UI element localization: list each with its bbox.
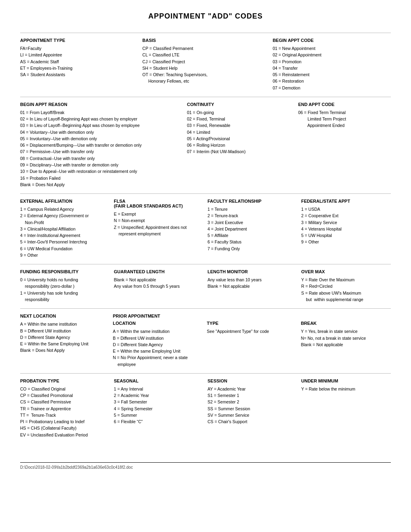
session-section: SESSION AY = Academic Year S1 = Semester… [208,378,301,438]
prior-type-content: See "Appointment Type" for code [207,328,297,335]
prior-appointment-title: PRIOR APPOINTMENT [113,314,391,318]
end-appt-code-title: END APPT CODE [298,102,391,107]
faculty-relationship-section: FACULTY RELATIONSHIP 1 = Tenure 2 = Tenu… [208,199,301,258]
prior-type-subsection: TYPE See "Appointment Type" for code [207,321,301,368]
under-minimum-section: UNDER MINIMUM Y = Rate below the minimum [301,378,391,438]
probation-type-section: PROBATION TYPE CO = Classified Original … [20,378,114,438]
external-affiliation-content: 1 = Campus Related Agency 2 = External A… [20,206,110,258]
next-location-content: A = Within the same institution B = Diff… [20,321,109,353]
over-max-content: Y = Rate Over the Maximum R = Red=Circle… [301,276,391,303]
flsa-section: FLSA(FAIR LABOR STANDARDS ACT) E = Exemp… [114,199,208,258]
appointment-type-title: APPOINTMENT TYPE [20,38,138,43]
federal-state-appt-title: FEDERAL/STATE APPT [301,199,391,204]
flsa-title: FLSA(FAIR LABOR STANDARDS ACT) [114,199,204,208]
next-location-section: NEXT LOCATION A = Within the same instit… [20,314,113,353]
basis-content: CP = Classified Permanent CL = Classifie… [142,45,260,85]
spacer-col [265,38,273,91]
next-location-title: NEXT LOCATION [20,314,109,318]
faculty-relationship-title: FACULTY RELATIONSHIP [208,199,297,204]
prior-type-subtitle: TYPE [207,321,297,326]
guaranteed-length-section: GUARANTEED LENGTH Blank = Not applicable… [114,269,208,303]
prior-location-content: A = Within the same institution B = Diff… [113,328,203,368]
federal-state-appt-content: 1 = USDA 2 = Cooperative Ext 3 = Militar… [301,206,391,245]
basis-title: BASIS [142,38,260,43]
funding-responsibility-content: 0 = University holds no funding responsi… [20,276,110,303]
guaranteed-length-title: GUARANTEED LENGTH [114,269,204,274]
begin-appt-reason-content: 01 = From Layoff/Break 02 = In Lieu of L… [20,109,183,188]
begin-appt-code-title: BEGIN APPT CODE [273,38,391,43]
prior-break-subsection: BREAK Y = Yes, break in state service N=… [301,321,391,368]
begin-appt-reason-section: BEGIN APPT REASON 01 = From Layoff/Break… [20,102,187,188]
footer: D:\Docs\2018-02-09\fa1b2bddf2369a2b1a636… [20,462,391,470]
seasonal-title: SEASONAL [114,378,204,383]
end-appt-code-section: END APPT CODE 06 = Fixed Term Terminal L… [298,102,391,188]
external-affiliation-title: EXTERNAL AFFILIATION [20,199,110,204]
appointment-type-section: APPOINTMENT TYPE FA=Faculty LI = Limited… [20,38,142,91]
begin-appt-code-content: 01 = New Appointment 02 = Original Appoi… [273,45,391,91]
length-monitor-title: LENGTH MONITOR [208,269,297,274]
faculty-relationship-content: 1 = Tenure 2 = Tenure-track 3 = Joint Ex… [208,206,297,252]
session-title: SESSION [208,378,297,383]
over-max-title: OVER MAX [301,269,391,274]
footer-path: D:\Docs\2018-02-09\fa1b2bddf2369a2b1a636… [20,465,133,470]
continuity-content: 01 = On-going 02 = Fixed, Terminal 03 = … [187,109,294,155]
over-max-section: OVER MAX Y = Rate Over the Maximum R = R… [301,269,391,303]
guaranteed-length-content: Blank = Not applicable Any value from 0.… [114,276,204,290]
probation-type-title: PROBATION TYPE [20,378,110,383]
seasonal-section: SEASONAL 1 = Any Interval 2 = Academic Y… [114,378,208,438]
begin-appt-code-section: BEGIN APPT CODE 01 = New Appointment 02 … [273,38,391,91]
funding-responsibility-title: FUNDING RESPONSIBILITY [20,269,110,274]
seasonal-content: 1 = Any Interval 2 = Academic Year 3 = F… [114,386,204,425]
prior-location-subtitle: LOCATION [113,321,203,326]
basis-section: BASIS CP = Classified Permanent CL = Cla… [142,38,264,91]
begin-appt-reason-title: BEGIN APPT REASON [20,102,183,107]
appointment-type-content: FA=Faculty LI = Limited Appointee AS = A… [20,45,138,78]
under-minimum-content: Y = Rate below the minimum [301,386,391,392]
probation-type-content: CO = Classified Original CP = Classified… [20,386,110,438]
length-monitor-content: Any value less than 10 years Blank = Not… [208,276,297,290]
length-monitor-section: LENGTH MONITOR Any value less than 10 ye… [208,269,301,303]
external-affiliation-section: EXTERNAL AFFILIATION 1 = Campus Related … [20,199,114,258]
prior-break-subtitle: BREAK [301,321,391,326]
page-title: APPOINTMENT "ADD" CODES [20,12,391,21]
continuity-title: CONTINUITY [187,102,294,107]
prior-break-content: Y = Yes, break in state service N= No, n… [301,328,391,348]
continuity-section: CONTINUITY 01 = On-going 02 = Fixed, Ter… [187,102,298,188]
end-appt-code-content: 06 = Fixed Term Terminal Limited Term Pr… [298,109,391,129]
funding-responsibility-section: FUNDING RESPONSIBILITY 0 = University ho… [20,269,114,303]
prior-appointment-subsections: LOCATION A = Within the same institution… [113,321,391,368]
flsa-content: E = Exempt N = Non-exempt Z = Unspecifie… [114,211,204,237]
prior-location-subsection: LOCATION A = Within the same institution… [113,321,207,368]
federal-state-appt-section: FEDERAL/STATE APPT 1 = USDA 2 = Cooperat… [301,199,391,258]
under-minimum-title: UNDER MINIMUM [301,378,391,383]
prior-appointment-section: PRIOR APPOINTMENT LOCATION A = Within th… [113,314,391,368]
session-content: AY = Academic Year S1 = Semester 1 S2 = … [208,386,297,425]
